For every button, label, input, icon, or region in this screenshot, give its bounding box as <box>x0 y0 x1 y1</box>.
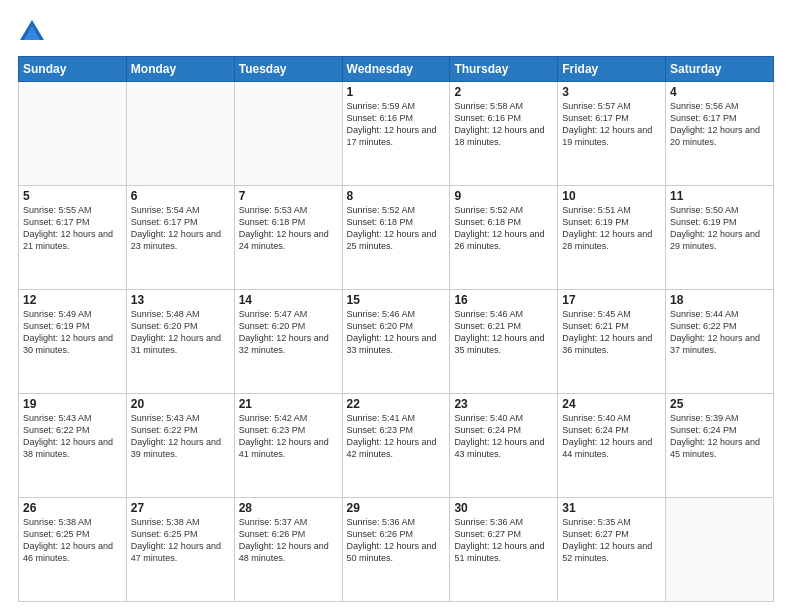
week-row-3: 12Sunrise: 5:49 AM Sunset: 6:19 PM Dayli… <box>19 290 774 394</box>
day-cell: 5Sunrise: 5:55 AM Sunset: 6:17 PM Daylig… <box>19 186 127 290</box>
page: SundayMondayTuesdayWednesdayThursdayFrid… <box>0 0 792 612</box>
day-info: Sunrise: 5:50 AM Sunset: 6:19 PM Dayligh… <box>670 204 769 253</box>
day-info: Sunrise: 5:39 AM Sunset: 6:24 PM Dayligh… <box>670 412 769 461</box>
day-number: 31 <box>562 501 661 515</box>
day-info: Sunrise: 5:53 AM Sunset: 6:18 PM Dayligh… <box>239 204 338 253</box>
day-info: Sunrise: 5:45 AM Sunset: 6:21 PM Dayligh… <box>562 308 661 357</box>
day-number: 25 <box>670 397 769 411</box>
day-cell: 28Sunrise: 5:37 AM Sunset: 6:26 PM Dayli… <box>234 498 342 602</box>
day-info: Sunrise: 5:49 AM Sunset: 6:19 PM Dayligh… <box>23 308 122 357</box>
day-cell: 14Sunrise: 5:47 AM Sunset: 6:20 PM Dayli… <box>234 290 342 394</box>
day-cell: 22Sunrise: 5:41 AM Sunset: 6:23 PM Dayli… <box>342 394 450 498</box>
day-cell: 12Sunrise: 5:49 AM Sunset: 6:19 PM Dayli… <box>19 290 127 394</box>
day-info: Sunrise: 5:46 AM Sunset: 6:21 PM Dayligh… <box>454 308 553 357</box>
day-info: Sunrise: 5:58 AM Sunset: 6:16 PM Dayligh… <box>454 100 553 149</box>
day-info: Sunrise: 5:38 AM Sunset: 6:25 PM Dayligh… <box>23 516 122 565</box>
calendar-table: SundayMondayTuesdayWednesdayThursdayFrid… <box>18 56 774 602</box>
day-number: 1 <box>347 85 446 99</box>
day-info: Sunrise: 5:47 AM Sunset: 6:20 PM Dayligh… <box>239 308 338 357</box>
day-number: 22 <box>347 397 446 411</box>
day-cell: 6Sunrise: 5:54 AM Sunset: 6:17 PM Daylig… <box>126 186 234 290</box>
day-info: Sunrise: 5:36 AM Sunset: 6:26 PM Dayligh… <box>347 516 446 565</box>
day-cell <box>126 82 234 186</box>
day-number: 13 <box>131 293 230 307</box>
header-row: SundayMondayTuesdayWednesdayThursdayFrid… <box>19 57 774 82</box>
day-number: 6 <box>131 189 230 203</box>
day-cell: 13Sunrise: 5:48 AM Sunset: 6:20 PM Dayli… <box>126 290 234 394</box>
week-row-5: 26Sunrise: 5:38 AM Sunset: 6:25 PM Dayli… <box>19 498 774 602</box>
day-info: Sunrise: 5:52 AM Sunset: 6:18 PM Dayligh… <box>454 204 553 253</box>
col-header-monday: Monday <box>126 57 234 82</box>
day-cell: 16Sunrise: 5:46 AM Sunset: 6:21 PM Dayli… <box>450 290 558 394</box>
day-info: Sunrise: 5:35 AM Sunset: 6:27 PM Dayligh… <box>562 516 661 565</box>
day-cell: 18Sunrise: 5:44 AM Sunset: 6:22 PM Dayli… <box>666 290 774 394</box>
day-number: 16 <box>454 293 553 307</box>
day-cell: 15Sunrise: 5:46 AM Sunset: 6:20 PM Dayli… <box>342 290 450 394</box>
day-info: Sunrise: 5:55 AM Sunset: 6:17 PM Dayligh… <box>23 204 122 253</box>
day-cell <box>666 498 774 602</box>
day-cell: 21Sunrise: 5:42 AM Sunset: 6:23 PM Dayli… <box>234 394 342 498</box>
col-header-sunday: Sunday <box>19 57 127 82</box>
day-info: Sunrise: 5:40 AM Sunset: 6:24 PM Dayligh… <box>562 412 661 461</box>
day-cell: 11Sunrise: 5:50 AM Sunset: 6:19 PM Dayli… <box>666 186 774 290</box>
day-number: 9 <box>454 189 553 203</box>
day-number: 3 <box>562 85 661 99</box>
day-cell <box>19 82 127 186</box>
day-number: 30 <box>454 501 553 515</box>
day-number: 12 <box>23 293 122 307</box>
day-cell: 3Sunrise: 5:57 AM Sunset: 6:17 PM Daylig… <box>558 82 666 186</box>
day-cell: 10Sunrise: 5:51 AM Sunset: 6:19 PM Dayli… <box>558 186 666 290</box>
day-cell: 23Sunrise: 5:40 AM Sunset: 6:24 PM Dayli… <box>450 394 558 498</box>
day-number: 14 <box>239 293 338 307</box>
day-cell: 31Sunrise: 5:35 AM Sunset: 6:27 PM Dayli… <box>558 498 666 602</box>
logo <box>18 18 50 46</box>
logo-icon <box>18 18 46 46</box>
day-info: Sunrise: 5:43 AM Sunset: 6:22 PM Dayligh… <box>131 412 230 461</box>
day-cell: 20Sunrise: 5:43 AM Sunset: 6:22 PM Dayli… <box>126 394 234 498</box>
day-cell: 29Sunrise: 5:36 AM Sunset: 6:26 PM Dayli… <box>342 498 450 602</box>
col-header-wednesday: Wednesday <box>342 57 450 82</box>
day-number: 15 <box>347 293 446 307</box>
day-info: Sunrise: 5:54 AM Sunset: 6:17 PM Dayligh… <box>131 204 230 253</box>
col-header-saturday: Saturday <box>666 57 774 82</box>
day-cell <box>234 82 342 186</box>
day-info: Sunrise: 5:57 AM Sunset: 6:17 PM Dayligh… <box>562 100 661 149</box>
day-number: 28 <box>239 501 338 515</box>
day-info: Sunrise: 5:59 AM Sunset: 6:16 PM Dayligh… <box>347 100 446 149</box>
day-number: 10 <box>562 189 661 203</box>
day-cell: 7Sunrise: 5:53 AM Sunset: 6:18 PM Daylig… <box>234 186 342 290</box>
col-header-thursday: Thursday <box>450 57 558 82</box>
day-number: 21 <box>239 397 338 411</box>
day-info: Sunrise: 5:44 AM Sunset: 6:22 PM Dayligh… <box>670 308 769 357</box>
day-cell: 2Sunrise: 5:58 AM Sunset: 6:16 PM Daylig… <box>450 82 558 186</box>
header <box>18 18 774 46</box>
day-number: 8 <box>347 189 446 203</box>
day-number: 17 <box>562 293 661 307</box>
day-info: Sunrise: 5:46 AM Sunset: 6:20 PM Dayligh… <box>347 308 446 357</box>
day-number: 11 <box>670 189 769 203</box>
day-cell: 17Sunrise: 5:45 AM Sunset: 6:21 PM Dayli… <box>558 290 666 394</box>
day-number: 26 <box>23 501 122 515</box>
day-cell: 4Sunrise: 5:56 AM Sunset: 6:17 PM Daylig… <box>666 82 774 186</box>
day-cell: 8Sunrise: 5:52 AM Sunset: 6:18 PM Daylig… <box>342 186 450 290</box>
day-info: Sunrise: 5:41 AM Sunset: 6:23 PM Dayligh… <box>347 412 446 461</box>
day-number: 24 <box>562 397 661 411</box>
day-cell: 1Sunrise: 5:59 AM Sunset: 6:16 PM Daylig… <box>342 82 450 186</box>
day-info: Sunrise: 5:56 AM Sunset: 6:17 PM Dayligh… <box>670 100 769 149</box>
day-info: Sunrise: 5:36 AM Sunset: 6:27 PM Dayligh… <box>454 516 553 565</box>
col-header-friday: Friday <box>558 57 666 82</box>
day-info: Sunrise: 5:48 AM Sunset: 6:20 PM Dayligh… <box>131 308 230 357</box>
day-info: Sunrise: 5:43 AM Sunset: 6:22 PM Dayligh… <box>23 412 122 461</box>
day-cell: 25Sunrise: 5:39 AM Sunset: 6:24 PM Dayli… <box>666 394 774 498</box>
day-info: Sunrise: 5:52 AM Sunset: 6:18 PM Dayligh… <box>347 204 446 253</box>
day-number: 19 <box>23 397 122 411</box>
week-row-1: 1Sunrise: 5:59 AM Sunset: 6:16 PM Daylig… <box>19 82 774 186</box>
day-number: 29 <box>347 501 446 515</box>
week-row-2: 5Sunrise: 5:55 AM Sunset: 6:17 PM Daylig… <box>19 186 774 290</box>
day-info: Sunrise: 5:38 AM Sunset: 6:25 PM Dayligh… <box>131 516 230 565</box>
day-number: 23 <box>454 397 553 411</box>
day-cell: 19Sunrise: 5:43 AM Sunset: 6:22 PM Dayli… <box>19 394 127 498</box>
day-cell: 27Sunrise: 5:38 AM Sunset: 6:25 PM Dayli… <box>126 498 234 602</box>
day-info: Sunrise: 5:42 AM Sunset: 6:23 PM Dayligh… <box>239 412 338 461</box>
day-info: Sunrise: 5:37 AM Sunset: 6:26 PM Dayligh… <box>239 516 338 565</box>
